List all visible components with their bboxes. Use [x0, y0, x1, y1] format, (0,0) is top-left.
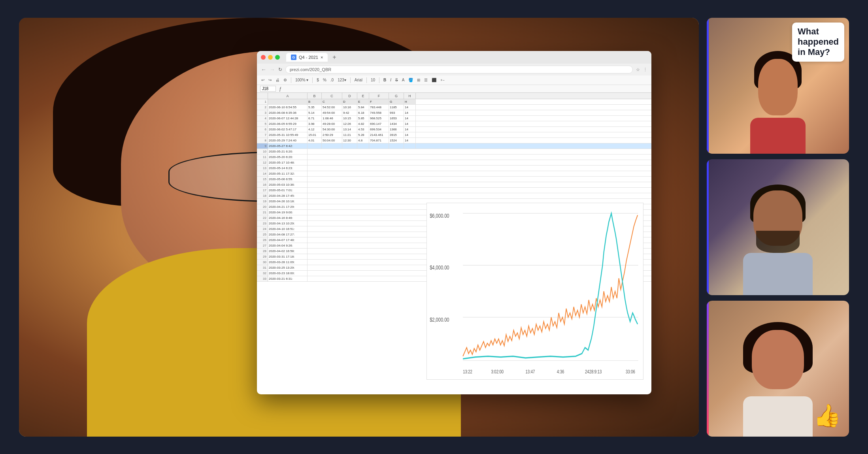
cell-G5[interactable]: 1434: [389, 121, 404, 126]
cell-E6[interactable]: 4.53: [357, 127, 369, 132]
cell-E4[interactable]: 5.85: [357, 116, 369, 121]
cell-D5[interactable]: 12:26: [342, 121, 357, 126]
cell-C2[interactable]: 54:52:00: [322, 105, 342, 110]
back-button[interactable]: ←: [261, 66, 266, 73]
settings-button[interactable]: ⚙: [282, 78, 288, 82]
col-G-header[interactable]: G: [389, 93, 404, 99]
undo-button[interactable]: ↩: [260, 78, 266, 82]
fill-color-button[interactable]: 🪣: [407, 78, 414, 82]
merge-button[interactable]: ☰: [423, 78, 429, 82]
cell-H7[interactable]: 14: [404, 132, 416, 138]
cell-B7[interactable]: 15.01: [308, 132, 322, 138]
cell-C9[interactable]: [322, 143, 342, 149]
cell-H2[interactable]: 14: [404, 105, 416, 110]
reload-button[interactable]: ↻: [278, 67, 282, 72]
cell-E2[interactable]: 5.84: [357, 105, 369, 110]
cell-A16[interactable]: 2020-05-03 10:36:: [268, 182, 308, 187]
forward-button[interactable]: →: [270, 66, 275, 73]
cell-B6[interactable]: 4.12: [308, 127, 322, 132]
col-C-header[interactable]: C: [322, 93, 342, 99]
strikethrough-button[interactable]: S: [394, 78, 399, 82]
url-bar[interactable]: prezi.com/2020_QBR: [285, 66, 633, 73]
borders-button[interactable]: ⊞: [416, 78, 421, 82]
cell-A8[interactable]: 2020-05-29 7:24:40: [268, 138, 308, 143]
align-button[interactable]: ⬛: [430, 78, 438, 82]
cell-A20[interactable]: 2020-04-21 17:29:: [268, 204, 308, 209]
col-H-header[interactable]: H: [404, 93, 416, 99]
header-cell-E1[interactable]: E: [357, 99, 369, 104]
cell-A9[interactable]: 2020-05-27 6:42:: [268, 143, 308, 149]
print-button[interactable]: 🖨: [274, 78, 281, 82]
header-cell-A1[interactable]: [268, 99, 308, 104]
header-cell-F1[interactable]: F: [369, 99, 389, 104]
cell-D4[interactable]: 10:15: [342, 116, 357, 121]
zoom-control[interactable]: 100% ▾: [294, 78, 309, 82]
cell-G9[interactable]: [389, 143, 404, 149]
browser-maximize-button[interactable]: [275, 55, 280, 60]
browser-minimize-button[interactable]: [268, 55, 273, 60]
cell-H6[interactable]: 14: [404, 127, 416, 132]
cell-A11[interactable]: 2020-05-20 6:20:: [268, 154, 308, 160]
cell-E7[interactable]: 5.28: [357, 132, 369, 138]
bookmark-icon[interactable]: ☆: [636, 67, 640, 72]
browser-close-button[interactable]: [261, 55, 266, 60]
col-D-header[interactable]: D: [342, 93, 357, 99]
cell-E9[interactable]: [357, 143, 369, 149]
format-dropdown[interactable]: 123▾: [336, 78, 347, 82]
cell-B5[interactable]: 3.98: [308, 121, 322, 126]
new-tab-button[interactable]: +: [332, 54, 336, 61]
cell-reference[interactable]: J18: [260, 86, 276, 92]
cell-C3[interactable]: 49:54:00: [322, 110, 342, 115]
cell-A29[interactable]: 2020-03-31 17:18:: [268, 254, 308, 259]
font-family[interactable]: Arial: [353, 78, 364, 82]
cell-A14[interactable]: 2020-05-11 17:32:: [268, 171, 308, 176]
font-color-button[interactable]: A: [401, 78, 406, 82]
cell-D7[interactable]: 11:21: [342, 132, 357, 138]
cell-C5[interactable]: 49:28:00: [322, 121, 342, 126]
decimal-button[interactable]: .0: [329, 78, 335, 82]
cell-D6[interactable]: 13:14: [342, 127, 357, 132]
cell-F3[interactable]: 749.558: [369, 110, 389, 115]
cell-A33[interactable]: 2020-03-21 6:31:: [268, 276, 308, 281]
cell-A12[interactable]: 2020-05-17 10:48:: [268, 160, 308, 165]
cell-E8[interactable]: 4.8: [357, 138, 369, 143]
cell-A32[interactable]: 2020-03-23 18:00:: [268, 271, 308, 276]
cell-C4[interactable]: 1:08:46: [322, 116, 342, 121]
cell-D9[interactable]: [342, 143, 357, 149]
cell-H3[interactable]: 14: [404, 110, 416, 115]
cell-E3[interactable]: 6.18: [357, 110, 369, 115]
cell-H8[interactable]: 14: [404, 138, 416, 143]
cell-A18[interactable]: 2020-04-28 17:45:: [268, 193, 308, 198]
cell-B4[interactable]: 6.71: [308, 116, 322, 121]
cell-B9[interactable]: [308, 143, 322, 149]
percent-button[interactable]: %: [322, 78, 328, 82]
cell-A31[interactable]: 2020-03-25 13:29:: [268, 265, 308, 270]
cell-A4[interactable]: 2020-06-07 12:44:28: [268, 116, 308, 121]
col-A-header[interactable]: A: [268, 93, 308, 99]
col-B-header[interactable]: B: [308, 93, 322, 99]
cell-A25[interactable]: 2020-04-08 17:27:: [268, 232, 308, 237]
cell-A23[interactable]: 2020-04-13 10:29:: [268, 221, 308, 226]
cell-B8[interactable]: 4.01: [308, 138, 322, 143]
cell-A2[interactable]: 2020-06-10 6:54:55: [268, 105, 308, 110]
bold-button[interactable]: B: [382, 78, 387, 82]
cell-A15[interactable]: 2020-05-06 6:55:: [268, 177, 308, 182]
cell-F5[interactable]: 690.147: [369, 121, 389, 126]
cell-A27[interactable]: 2020-04-04 9:26:: [268, 243, 308, 248]
cell-A3[interactable]: 2020-06-08 6:35:36: [268, 110, 308, 115]
col-F-header[interactable]: F: [369, 93, 389, 99]
cell-A10[interactable]: 2020-05-21 6:20:: [268, 149, 308, 154]
header-cell-D1[interactable]: D: [342, 99, 357, 104]
cell-G4[interactable]: 1653: [389, 116, 404, 121]
header-cell-G1[interactable]: G: [389, 99, 404, 104]
tab-close-icon[interactable]: ×: [321, 55, 323, 60]
italic-button[interactable]: I: [389, 78, 392, 82]
cell-E5[interactable]: 4.82: [357, 121, 369, 126]
cell-A24[interactable]: 2020-04-10 16:51:: [268, 226, 308, 232]
header-cell-H1[interactable]: H: [404, 99, 416, 104]
cell-H5[interactable]: 14: [404, 121, 416, 126]
cell-H4[interactable]: 14: [404, 116, 416, 121]
cell-G7[interactable]: 3915: [389, 132, 404, 138]
cell-F4[interactable]: 968.525: [369, 116, 389, 121]
cell-A5[interactable]: 2020-06-05 6:55:29: [268, 121, 308, 126]
